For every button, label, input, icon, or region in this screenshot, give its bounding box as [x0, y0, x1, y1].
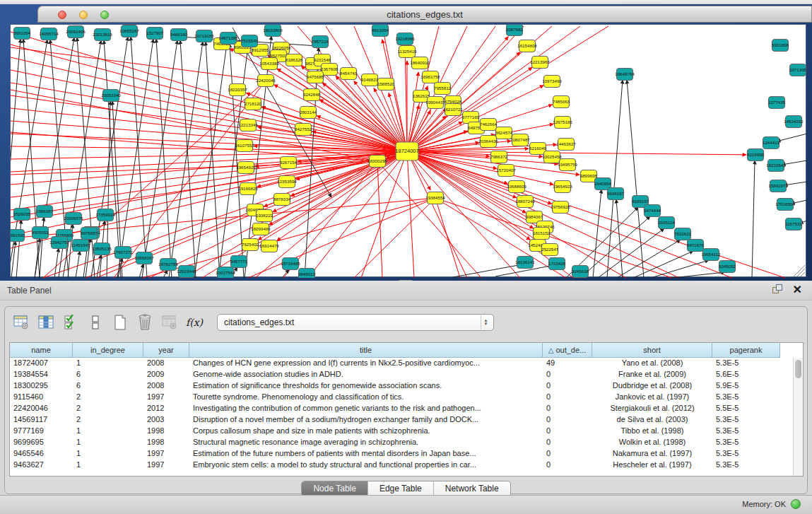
- table-cell[interactable]: Disruption of a novel member of a sodium…: [189, 414, 543, 426]
- table-cell[interactable]: 2008: [143, 358, 189, 369]
- close-panel-icon[interactable]: ✕: [793, 284, 802, 295]
- table-cell[interactable]: Tibbo et al. (1998): [592, 426, 712, 437]
- float-panel-icon[interactable]: [772, 284, 783, 295]
- black-citation-edge[interactable]: [76, 251, 80, 278]
- black-citation-edge[interactable]: [206, 42, 220, 278]
- unselect-all-icon[interactable]: [86, 313, 105, 332]
- table-row[interactable]: 2242004622012Investigating the contribut…: [10, 403, 793, 414]
- red-citation-edge[interactable]: [407, 151, 526, 213]
- table-row[interactable]: 1456911722003Disruption of a novel membe…: [10, 414, 793, 426]
- table-cell[interactable]: 18300295: [10, 380, 73, 392]
- table-cell[interactable]: 5.3E-5: [712, 426, 780, 437]
- table-cell[interactable]: 1: [73, 437, 143, 448]
- table-cell[interactable]: Estimation of the future numbers of pati…: [189, 448, 543, 460]
- table-cell[interactable]: Wolkin et al. (1998): [592, 437, 712, 448]
- black-citation-edge[interactable]: [11, 241, 16, 278]
- memory-status-indicator[interactable]: [791, 499, 801, 509]
- table-cell[interactable]: 9463627: [10, 460, 73, 471]
- tab-edge-table[interactable]: Edge Table: [368, 481, 434, 496]
- table-cell[interactable]: 18724007: [10, 358, 73, 369]
- table-cell[interactable]: 0: [543, 426, 592, 437]
- table-cell[interactable]: 0: [543, 437, 592, 448]
- select-all-icon[interactable]: [61, 313, 80, 332]
- table-cell[interactable]: Embryonic stem cells: a model to study s…: [189, 460, 543, 471]
- table-cell[interactable]: 5.3E-5: [712, 448, 780, 460]
- table-cell[interactable]: Dudbridge et al. (2008): [592, 380, 712, 392]
- table-cell[interactable]: 1998: [143, 437, 189, 448]
- table-cell[interactable]: 1997: [143, 448, 189, 460]
- function-builder-icon[interactable]: f(x): [185, 313, 204, 332]
- delete-column-icon[interactable]: [160, 313, 179, 332]
- table-cell[interactable]: Genome-wide association studies in ADHD.: [189, 369, 543, 380]
- table-cell[interactable]: 5.3E-5: [712, 392, 780, 403]
- table-row[interactable]: 1872400712008Changes of HCN gene express…: [10, 358, 793, 369]
- black-citation-edge[interactable]: [282, 269, 289, 278]
- red-citation-edge[interactable]: [261, 107, 407, 151]
- black-citation-edge[interactable]: [593, 189, 601, 278]
- column-header-in_degree[interactable]: in_degree: [73, 343, 143, 358]
- resize-grip-icon[interactable]: [801, 272, 805, 276]
- table-cell[interactable]: 5.3E-5: [712, 414, 780, 426]
- table-cell[interactable]: 5.3E-5: [712, 358, 780, 369]
- table-cell[interactable]: 9777169: [10, 426, 73, 437]
- table-cell[interactable]: 9465546: [10, 448, 73, 460]
- table-row[interactable]: 946554611997Estimation of the future num…: [10, 448, 793, 460]
- table-cell[interactable]: 5.3E-5: [712, 437, 780, 448]
- vertical-scrollbar[interactable]: [793, 358, 803, 476]
- table-select-dropdown[interactable]: citations_edges.txt ▲▼: [217, 314, 494, 331]
- table-cell[interactable]: 1: [73, 358, 143, 369]
- table-cell[interactable]: 1997: [143, 392, 189, 403]
- column-header-name[interactable]: name: [10, 343, 73, 358]
- table-row[interactable]: 1830029562008Estimation of significance …: [10, 380, 793, 392]
- black-citation-edge[interactable]: [627, 80, 644, 278]
- column-header-year[interactable]: year: [143, 343, 189, 358]
- table-cell[interactable]: 0: [543, 403, 592, 414]
- column-header-short[interactable]: short: [592, 343, 712, 358]
- table-cell[interactable]: 0: [543, 460, 592, 471]
- table-cell[interactable]: Stergiakouli et al. (2012): [592, 403, 712, 414]
- resize-grip-icon[interactable]: [797, 269, 805, 276]
- table-cell[interactable]: 1998: [143, 426, 189, 437]
- table-cell[interactable]: Nakamura et al. (1997): [592, 448, 712, 460]
- black-citation-edge[interactable]: [169, 42, 203, 278]
- table-row[interactable]: 977716911998Corpus callosum shape and si…: [10, 426, 793, 437]
- table-cell[interactable]: 1: [73, 426, 143, 437]
- table-cell[interactable]: 49: [543, 358, 592, 369]
- table-cell[interactable]: 6: [73, 369, 143, 380]
- table-settings-icon[interactable]: [12, 313, 30, 332]
- table-cell[interactable]: 2: [73, 392, 143, 403]
- table-row[interactable]: 1938455462009Genome-wide association stu…: [10, 369, 793, 380]
- table-cell[interactable]: 5.9E-5: [712, 380, 780, 392]
- table-cell[interactable]: Changes of HCN gene expression and I(f) …: [189, 358, 543, 369]
- network-window-titlebar[interactable]: citations_edges.txt: [37, 6, 812, 23]
- table-cell[interactable]: 2012: [143, 403, 189, 414]
- black-citation-edge[interactable]: [777, 134, 807, 141]
- table-cell[interactable]: 2003: [143, 414, 189, 426]
- table-cell[interactable]: 2009: [143, 369, 189, 380]
- black-citation-edge[interactable]: [616, 199, 623, 278]
- table-cell[interactable]: Structural magnetic resonance image aver…: [189, 437, 543, 448]
- citation-network-graph[interactable]: 1872400718300295193845548960123891295518…: [11, 25, 807, 278]
- table-cell[interactable]: 0: [543, 414, 592, 426]
- tab-network-table[interactable]: Network Table: [434, 481, 510, 496]
- table-cell[interactable]: 2: [73, 414, 143, 426]
- table-cell[interactable]: 22420046: [10, 403, 73, 414]
- table-cell[interactable]: 1: [73, 448, 143, 460]
- table-cell[interactable]: 2: [73, 403, 143, 414]
- black-citation-edge[interactable]: [104, 40, 121, 278]
- table-cell[interactable]: Corpus callosum shape and size in male p…: [189, 426, 543, 437]
- table-cell[interactable]: 9115460: [10, 392, 73, 403]
- red-citation-edge[interactable]: [274, 85, 407, 151]
- network-view-canvas[interactable]: 1872400718300295193845548960123891295518…: [10, 24, 806, 277]
- black-citation-edge[interactable]: [752, 160, 755, 278]
- table-cell[interactable]: 5.3E-5: [712, 460, 780, 471]
- column-header-pagerank[interactable]: pagerank: [712, 343, 780, 358]
- table-cell[interactable]: 1997: [143, 460, 189, 471]
- table-cell[interactable]: Franke et al. (2009): [592, 369, 712, 380]
- black-citation-edge[interactable]: [180, 40, 196, 278]
- table-cell[interactable]: 0: [543, 380, 592, 392]
- black-citation-edge[interactable]: [131, 37, 147, 278]
- table-cell[interactable]: 0: [543, 369, 592, 380]
- column-header-out_de[interactable]: △out_de...: [543, 343, 592, 358]
- scrollbar-thumb[interactable]: [795, 360, 801, 378]
